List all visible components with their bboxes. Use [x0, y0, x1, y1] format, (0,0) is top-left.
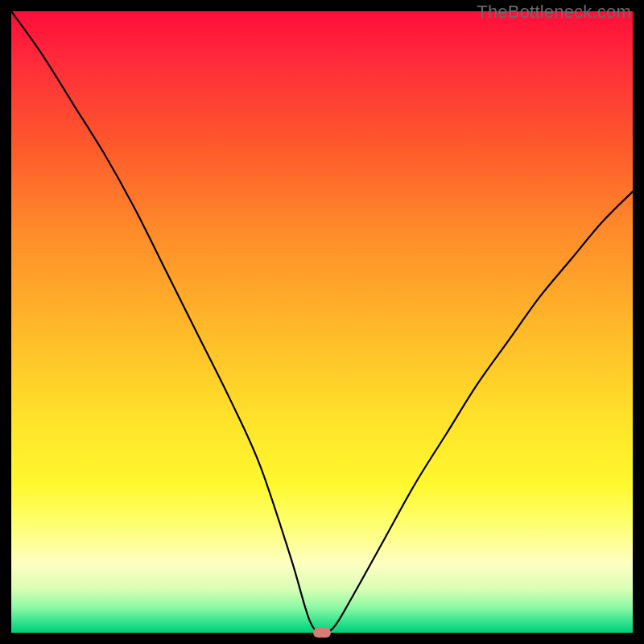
- optimal-point-marker: [313, 628, 331, 638]
- attribution-label: TheBottleneck.com: [477, 2, 631, 23]
- plot-gradient-background: [11, 11, 633, 633]
- chart-container: TheBottleneck.com: [0, 0, 644, 644]
